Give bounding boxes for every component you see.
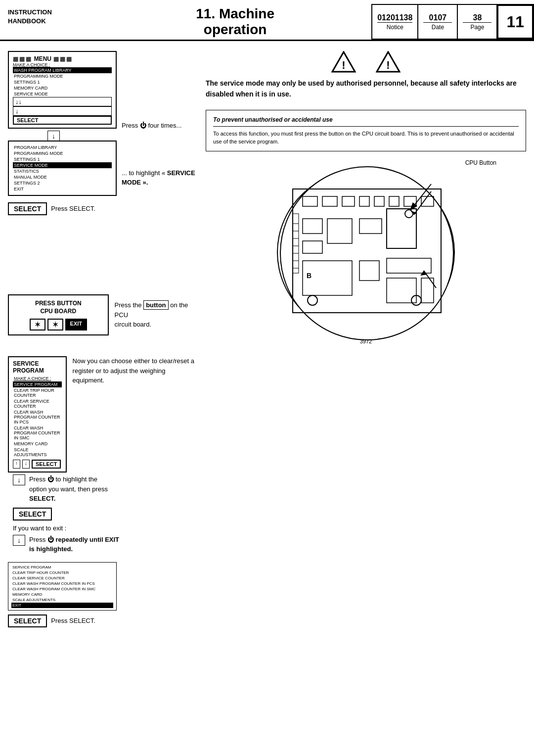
menu-item-wash: WASH PROGRAM LIBRARY [13, 67, 112, 73]
warning-icons: ! ! [206, 51, 526, 73]
sp-title: SERVICE PROGRAM [13, 360, 62, 374]
svg-text:!: ! [386, 59, 390, 71]
menu-title: ⬛⬛⬛ MENU ⬛⬛⬛ [13, 55, 112, 62]
select-btn-final[interactable]: SELECT [8, 614, 47, 627]
menu-item-memory: MEMORY CARD [13, 85, 112, 91]
main-content: ⬛⬛⬛ MENU ⬛⬛⬛ MAKE A CHOICE : WASH PROGRA… [0, 41, 534, 637]
menu-make-choice: MAKE A CHOICE : [13, 62, 112, 67]
arrow-down-step6: ↓ [13, 474, 25, 485]
arrow-down-step8: ↓ [13, 535, 25, 546]
exit-text: If you want to exit : [13, 524, 196, 532]
bottom-menu-box: SERVICE PROGRAM CLEAR TRIP HOUR COUNTER … [8, 562, 117, 611]
date-cell: 0107 Date [418, 5, 458, 39]
final-step-desc: Press SELECT. [51, 616, 95, 626]
prevent-use-title: To prevent unauthorised or accidental us… [213, 115, 519, 127]
step6-desc: Press ⏻ to highlight theoption you want,… [29, 474, 108, 504]
page-label: Page [463, 22, 491, 31]
cpu-button-label: CPU Button [465, 159, 496, 166]
date-value: 0107 [429, 13, 447, 22]
title-main: 11. Machine [99, 6, 371, 22]
button-inline: button [143, 300, 168, 310]
page-header: INSTRUCTION HANDBOOK 11. Machine operati… [0, 0, 534, 41]
date-label: Date [423, 22, 452, 31]
prevent-use-text: To access this function, you must first … [213, 130, 519, 146]
page-number: 11 [497, 5, 533, 39]
svg-text:!: ! [342, 59, 345, 71]
figure-caption: 3972 [360, 338, 372, 344]
menu-btn-row: ↓↓ ↓ SELECT [13, 97, 112, 125]
arrow-down-icon: ↓ [47, 131, 60, 142]
menu-item-settings: SETTINGS 1 [13, 79, 112, 85]
press-btn-box: PRESS BUTTON CPU BOARD ✶ ✶ EXIT [8, 294, 109, 336]
page-title-area: 11. Machine operation [99, 4, 371, 40]
service-prog-box: SERVICE PROGRAM MAKE A CHOICE : SERVICE … [8, 356, 67, 472]
select-btn-menu[interactable]: SELECT [13, 116, 112, 125]
step2-desc: ... to highlight « SERVICEMODE ». [122, 168, 196, 188]
cpu-board-diagram: B [277, 168, 455, 336]
menu-display-box: ⬛⬛⬛ MENU ⬛⬛⬛ MAKE A CHOICE : WASH PROGRA… [8, 51, 117, 129]
press-button-row: PRESS BUTTON CPU BOARD ✶ ✶ EXIT Press th… [8, 294, 196, 336]
right-column: ! ! The service mode may only be used by… [206, 51, 526, 627]
press-btn-btns: ✶ ✶ EXIT [15, 319, 102, 331]
step8-row: ↓ Press ⏻ repeatedly until EXITis highli… [13, 535, 196, 554]
handbook-label: INSTRUCTION HANDBOOK [0, 4, 99, 40]
board-area: CPU Button [206, 159, 526, 344]
down-btn-2[interactable]: ↓ [13, 106, 112, 116]
step4-desc: Press the button on the PCUcircuit board… [115, 300, 196, 330]
menu-item-prog: PROGRAMMING MODE [13, 73, 112, 79]
title-sub: operation [99, 22, 371, 38]
prevent-use-box: To prevent unauthorised or accidental us… [206, 110, 526, 151]
notice-label: Notice [377, 22, 412, 31]
exit-btn[interactable]: EXIT [65, 319, 87, 331]
down-btn-1[interactable]: ↓↓ [13, 97, 112, 106]
notice-value: 01201138 [377, 13, 412, 22]
final-step-row: SELECT Press SELECT. [8, 614, 196, 627]
select-btn-step3[interactable]: SELECT [8, 202, 47, 215]
step2-row: ... to highlight « SERVICEMODE ». [122, 168, 196, 188]
step6-select-row: SELECT [13, 508, 196, 520]
step3-row: SELECT Press SELECT. [8, 202, 196, 215]
step1-desc: Press ⏻ four times... [122, 121, 181, 131]
menu-item-service: SERVICE MODE [13, 91, 112, 97]
star-btn-1[interactable]: ✶ [30, 319, 45, 331]
step8-desc: Press ⏻ repeatedly until EXITis highligh… [29, 535, 119, 554]
step6-row: ↓ Press ⏻ to highlight theoption you wan… [13, 474, 196, 504]
step3-desc: Press SELECT. [51, 204, 95, 214]
step5-desc: Now you can choose either to clear/reset… [73, 356, 196, 385]
warning-section: ! ! The service mode may only be used by… [206, 51, 526, 100]
warning-triangle-icon-2: ! [376, 51, 400, 73]
notice-cell: 01201138 Notice [372, 5, 418, 39]
service-program-row: SERVICE PROGRAM MAKE A CHOICE : SERVICE … [8, 356, 196, 472]
page-cell: 38 Page [458, 5, 497, 39]
page-value: 38 [473, 13, 482, 22]
star-btn-2[interactable]: ✶ [47, 319, 63, 331]
warning-triangle-icon-1: ! [331, 51, 356, 73]
select-btn-step6[interactable]: SELECT [13, 508, 52, 520]
left-column: ⬛⬛⬛ MENU ⬛⬛⬛ MAKE A CHOICE : WASH PROGRA… [8, 51, 196, 627]
press-btn-title: PRESS BUTTON CPU BOARD [15, 299, 102, 316]
warning-text: The service mode may only be used by aut… [206, 78, 526, 100]
svg-text:B: B [307, 272, 312, 280]
select-btn-sp[interactable]: SELECT [32, 460, 61, 469]
step1-row: Press ⏻ four times... [122, 121, 196, 131]
